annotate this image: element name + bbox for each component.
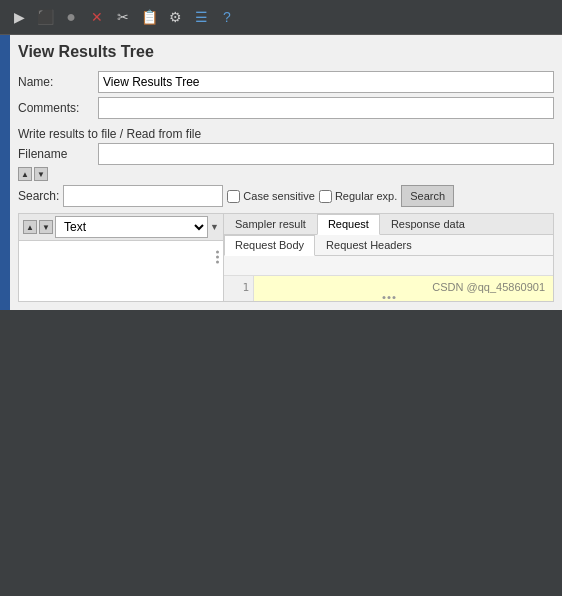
- sub-tab-request-headers[interactable]: Request Headers: [315, 235, 423, 255]
- name-row: Name:: [18, 71, 554, 93]
- tab-sampler-result[interactable]: Sampler result: [224, 214, 317, 234]
- file-section-header: Write results to file / Read from file: [18, 127, 554, 141]
- search-row: Search: Case sensitive Regular exp. Sear…: [18, 185, 554, 207]
- comments-row: Comments:: [18, 97, 554, 119]
- content-area: View Results Tree Name: Comments: Write …: [10, 35, 562, 310]
- main-toolbar: ▶ ⬛ ● ✕ ✂ 📋 ⚙ ☰ ?: [0, 0, 562, 35]
- split-panel: ▲ ▼ Text XML JSON Regexp Tester CSS/JQue…: [18, 213, 554, 302]
- case-sensitive-label[interactable]: Case sensitive: [227, 190, 315, 203]
- filename-row: Filename: [18, 143, 554, 165]
- drag-handle[interactable]: [214, 247, 221, 268]
- search-input[interactable]: [63, 185, 223, 207]
- search-button[interactable]: Search: [401, 185, 454, 207]
- name-input[interactable]: [98, 71, 554, 93]
- case-sensitive-checkbox[interactable]: [227, 190, 240, 203]
- stop-button[interactable]: ⬛: [34, 6, 56, 28]
- tab-response-data[interactable]: Response data: [380, 214, 476, 234]
- panel-title: View Results Tree: [18, 43, 554, 61]
- tab-request[interactable]: Request: [317, 214, 380, 235]
- left-sidebar-strip: [0, 35, 10, 310]
- regular-exp-label[interactable]: Regular exp.: [319, 190, 397, 203]
- scissors-button[interactable]: ✂: [112, 6, 134, 28]
- filename-label: Filename: [18, 147, 98, 161]
- bottom-drag-handle[interactable]: [382, 296, 395, 299]
- sub-tab-request-body[interactable]: Request Body: [224, 235, 315, 256]
- left-panel: ▲ ▼ Text XML JSON Regexp Tester CSS/JQue…: [19, 214, 224, 301]
- comments-input[interactable]: [98, 97, 554, 119]
- sub-tabs-row: Request Body Request Headers: [224, 235, 553, 256]
- comments-label: Comments:: [18, 101, 98, 115]
- document-button[interactable]: 📋: [138, 6, 160, 28]
- regular-exp-checkbox[interactable]: [319, 190, 332, 203]
- text-format-dropdown[interactable]: Text XML JSON Regexp Tester CSS/JQuery T…: [55, 216, 208, 238]
- list-button[interactable]: ☰: [190, 6, 212, 28]
- watermark: CSDN @qq_45860901: [432, 281, 545, 293]
- collapse-down-btn[interactable]: ▼: [34, 167, 48, 181]
- collapse-row: ▲ ▼: [18, 167, 554, 181]
- dropdown-arrow-icon: ▼: [210, 222, 219, 232]
- filter-bar: [224, 256, 553, 276]
- filename-input[interactable]: [98, 143, 554, 165]
- left-collapse-up-btn[interactable]: ▲: [23, 220, 37, 234]
- line-numbers: 1: [224, 276, 254, 301]
- settings-button[interactable]: ⚙: [164, 6, 186, 28]
- collapse-up-btn[interactable]: ▲: [18, 167, 32, 181]
- name-label: Name:: [18, 75, 98, 89]
- help-button[interactable]: ?: [216, 6, 238, 28]
- clear-button[interactable]: ✕: [86, 6, 108, 28]
- tabs-row: Sampler result Request Response data: [224, 214, 553, 235]
- filter-input[interactable]: [228, 258, 549, 274]
- left-collapse-down-btn[interactable]: ▼: [39, 220, 53, 234]
- record-button[interactable]: ●: [60, 6, 82, 28]
- left-panel-toolbar: ▲ ▼ Text XML JSON Regexp Tester CSS/JQue…: [19, 214, 223, 241]
- layout-container: View Results Tree Name: Comments: Write …: [0, 35, 562, 310]
- right-panel: Sampler result Request Response data Req…: [224, 214, 553, 301]
- play-button[interactable]: ▶: [8, 6, 30, 28]
- search-label: Search:: [18, 189, 59, 203]
- left-panel-content: [19, 241, 223, 301]
